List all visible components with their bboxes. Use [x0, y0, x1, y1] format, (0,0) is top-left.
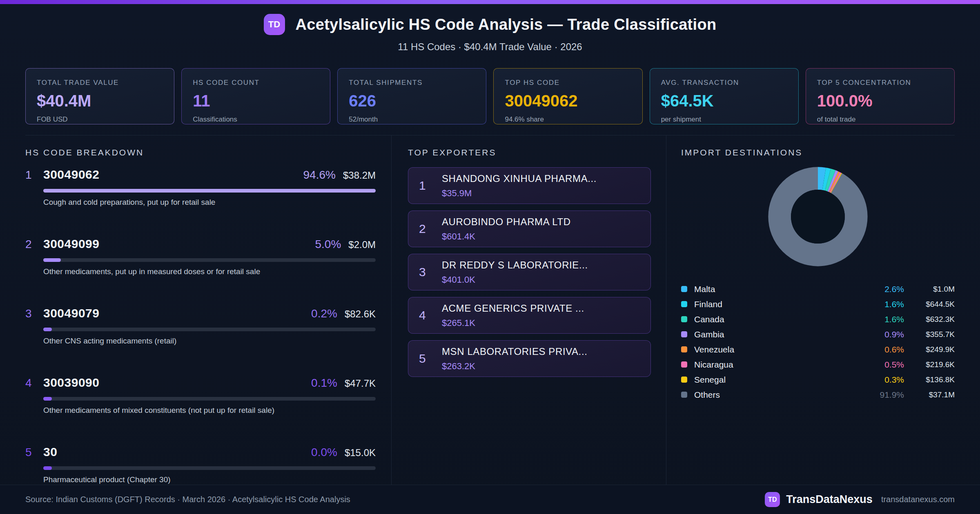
- brand-domain-link[interactable]: transdatanexus.com: [881, 495, 955, 504]
- page-subtitle: 11 HS Codes · $40.4M Trade Value · 2026: [398, 41, 582, 53]
- legend-swatch: [681, 361, 687, 368]
- exporter-value: $263.2K: [442, 361, 587, 372]
- legend-row: Senegal0.3%$136.8K: [681, 372, 955, 387]
- legend-row: Canada1.6%$632.3K: [681, 312, 955, 327]
- legend-value: $355.7K: [904, 330, 955, 339]
- hs-description: Cough and cold preparations, put up for …: [43, 198, 376, 207]
- legend-value: $136.8K: [904, 375, 955, 384]
- donut-chart: [766, 165, 870, 268]
- legend-value: $37.1M: [904, 390, 955, 399]
- hs-progress-fill: [43, 189, 376, 193]
- legend-country: Malta: [694, 284, 869, 294]
- brand-name: TransDataNexus: [786, 493, 873, 506]
- legend-value: $632.3K: [904, 315, 955, 324]
- destinations-legend: Malta2.6%$1.0MFinland1.6%$644.5KCanada1.…: [681, 281, 955, 402]
- legend-swatch: [681, 301, 687, 307]
- exporter-name: ACME GENERICS PRIVATE ...: [442, 303, 584, 314]
- stat-label: TOTAL TRADE VALUE: [37, 79, 163, 87]
- section-title-destinations: IMPORT DESTINATIONS: [681, 148, 955, 157]
- legend-value: $1.0M: [904, 285, 955, 294]
- hs-share-pct: 0.2%: [311, 306, 337, 321]
- stat-label: TOP 5 CONCENTRATION: [817, 79, 943, 87]
- hs-value: $15.0K: [345, 445, 376, 460]
- hs-progress-track: [43, 258, 376, 262]
- source-note: Source: Indian Customs (DGFT) Records · …: [25, 495, 350, 504]
- exporter-info: MSN LABORATORIES PRIVA...$263.2K: [442, 346, 587, 372]
- donut-hole: [791, 190, 845, 244]
- hs-row: 5300.0%$15.0KPharmaceutical product (Cha…: [25, 445, 376, 484]
- legend-pct: 1.6%: [869, 315, 904, 324]
- section-title-exporters: TOP EXPORTERS: [408, 148, 651, 157]
- exporter-info: AUROBINDO PHARMA LTD$601.4K: [442, 216, 571, 242]
- exporter-card: 2AUROBINDO PHARMA LTD$601.4K: [408, 210, 651, 247]
- legend-country: Canada: [694, 315, 869, 324]
- stat-card: HS CODE COUNT11Classifications: [181, 68, 330, 124]
- hs-progress-track: [43, 189, 376, 193]
- stat-sub: Classifications: [193, 115, 319, 124]
- dashboard-page: TD Acetylsalicylic HS Code Analysis — Tr…: [0, 0, 980, 514]
- import-destinations-section: IMPORT DESTINATIONS Malta2.6%$1.0MFinlan…: [666, 135, 955, 514]
- legend-pct: 0.5%: [869, 360, 904, 370]
- hs-value: $82.6K: [345, 307, 376, 321]
- hs-row: 2300490995.0%$2.0MOther medicaments, put…: [25, 237, 376, 276]
- hs-value: $38.2M: [343, 168, 376, 183]
- exporter-name: SHANDONG XINHUA PHARMA...: [442, 173, 597, 184]
- exporter-name: AUROBINDO PHARMA LTD: [442, 216, 571, 228]
- legend-pct: 0.3%: [869, 375, 904, 385]
- exporter-info: SHANDONG XINHUA PHARMA...$35.9M: [442, 173, 597, 199]
- exporter-card: 4ACME GENERICS PRIVATE ...$265.1K: [408, 297, 651, 334]
- stat-sub: of total trade: [817, 115, 943, 124]
- exporter-rank: 3: [419, 265, 442, 279]
- stat-sub: 94.6% share: [505, 115, 631, 124]
- hs-rank: 5: [25, 445, 43, 460]
- stat-label: TOTAL SHIPMENTS: [349, 79, 475, 87]
- legend-country: Nicaragua: [694, 360, 869, 370]
- stat-card: TOP 5 CONCENTRATION100.0%of total trade: [806, 68, 955, 124]
- top-accent-bar: [0, 0, 980, 4]
- hs-breakdown-rows: 13004906294.6%$38.2MCough and cold prepa…: [25, 167, 376, 484]
- hs-description: Other CNS acting medicaments (retail): [43, 337, 376, 346]
- hs-row: 3300490790.2%$82.6KOther CNS acting medi…: [25, 306, 376, 346]
- app-badge: TD: [264, 14, 285, 35]
- stat-card: TOTAL SHIPMENTS62652/month: [337, 68, 486, 124]
- hs-code: 30: [43, 445, 311, 459]
- donut-chart-wrap: [681, 165, 955, 268]
- hs-code: 30049079: [43, 306, 311, 321]
- exporter-value: $35.9M: [442, 188, 597, 199]
- legend-pct: 1.6%: [869, 299, 904, 309]
- legend-value: $644.5K: [904, 300, 955, 309]
- hs-share-pct: 0.0%: [311, 445, 337, 460]
- stat-value: 100.0%: [817, 92, 943, 110]
- stat-value: 11: [193, 92, 319, 110]
- hs-code: 30039090: [43, 375, 311, 390]
- exporter-info: ACME GENERICS PRIVATE ...$265.1K: [442, 303, 584, 328]
- legend-row: Venezuela0.6%$249.9K: [681, 342, 955, 357]
- hs-row: 4300390900.1%$47.7KOther medicaments of …: [25, 375, 376, 415]
- legend-row: Malta2.6%$1.0M: [681, 281, 955, 297]
- hs-description: Other medicaments of mixed constituents …: [43, 406, 376, 415]
- hs-rank: 3: [25, 306, 43, 321]
- legend-swatch: [681, 392, 687, 398]
- legend-pct: 0.9%: [869, 330, 904, 339]
- hs-progress-track: [43, 328, 376, 331]
- hs-progress-fill: [43, 258, 61, 262]
- hs-progress-track: [43, 397, 376, 401]
- legend-pct: 91.9%: [869, 390, 904, 400]
- legend-value: $249.9K: [904, 345, 955, 354]
- brand-block: TD TransDataNexus transdatanexus.com: [765, 492, 955, 507]
- hs-value: $47.7K: [345, 376, 376, 391]
- exporter-rank: 4: [419, 308, 442, 322]
- stat-label: HS CODE COUNT: [193, 79, 319, 87]
- hs-share-pct: 0.1%: [311, 376, 337, 390]
- exporter-card: 3DR REDDY S LABORATORIE...$401.0K: [408, 254, 651, 290]
- legend-swatch: [681, 286, 687, 292]
- hs-progress-track: [43, 466, 376, 470]
- hs-row: 13004906294.6%$38.2MCough and cold prepa…: [25, 167, 376, 207]
- exporter-list: 1SHANDONG XINHUA PHARMA...$35.9M2AUROBIN…: [408, 167, 651, 377]
- hs-value: $2.0M: [348, 237, 376, 252]
- top-exporters-section: TOP EXPORTERS 1SHANDONG XINHUA PHARMA...…: [391, 135, 666, 514]
- stat-card: AVG. TRANSACTION$64.5Kper shipment: [650, 68, 799, 124]
- exporter-info: DR REDDY S LABORATORIE...$401.0K: [442, 259, 588, 285]
- hs-share-pct: 94.6%: [303, 168, 336, 182]
- legend-value: $219.6K: [904, 360, 955, 369]
